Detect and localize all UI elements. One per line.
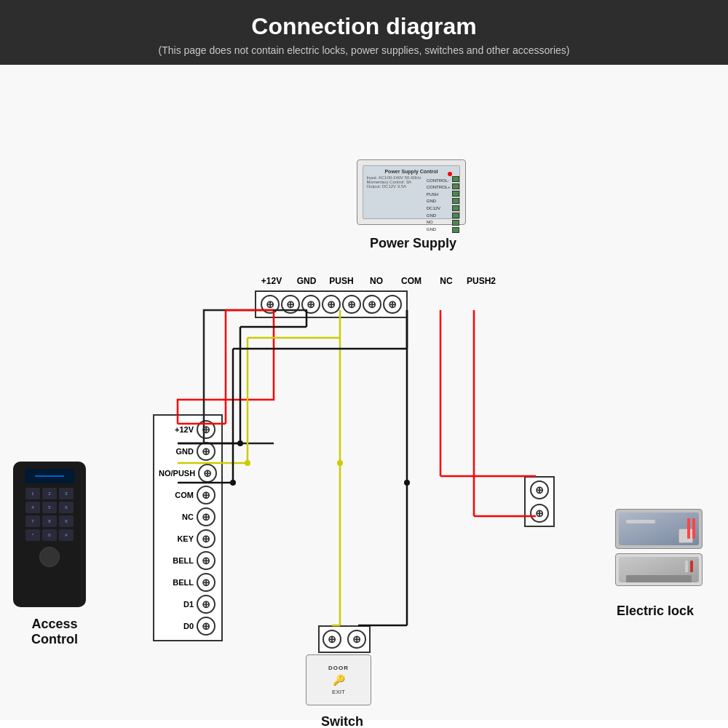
left-label-nopush: NO/PUSH <box>159 469 195 478</box>
pad-fingerprint-sensor <box>39 547 60 567</box>
left-label-bell1: BELL <box>159 556 194 565</box>
left-pin-d1: ⊕ <box>197 595 215 614</box>
left-pin-bell1: ⊕ <box>197 551 215 570</box>
pad-key-5: 5 <box>42 502 57 513</box>
right-pin-1: ⊕ <box>530 480 549 499</box>
switch-pin-2: ⊕ <box>347 630 366 649</box>
left-pin-d0: ⊕ <box>197 617 215 636</box>
electric-lock-component <box>612 509 706 586</box>
pin-col-com: ⊕ <box>342 295 361 314</box>
psu-terminal-strip <box>452 176 459 233</box>
label-nc: NC <box>430 276 463 286</box>
right-pin-2: ⊕ <box>530 504 549 523</box>
access-control-label: Access Control <box>7 617 102 647</box>
pad-key-1: 1 <box>25 488 40 499</box>
junction-nopush <box>245 460 250 466</box>
left-label-12v: +12V <box>159 425 194 434</box>
pad-key-0: 0 <box>42 529 57 541</box>
pin-col-no: ⊕ <box>322 295 341 314</box>
pad-display-line <box>35 475 64 477</box>
diagram-area: Power Supply Control Input: AC100-240V 5… <box>0 65 728 720</box>
pin-no: ⊕ <box>322 295 341 314</box>
pin-push2: ⊕ <box>383 295 402 314</box>
pad-display <box>25 469 74 483</box>
left-pin-gnd: ⊕ <box>197 442 215 461</box>
left-row-d0: D0 ⊕ <box>154 615 221 637</box>
label-push: PUSH <box>325 276 358 286</box>
label-gnd: GND <box>290 276 323 286</box>
top-connector-labels: +12V GND PUSH NO COM NC PUSH2 <box>255 276 498 286</box>
left-row-nc: NC ⊕ <box>154 506 221 528</box>
left-row-com: COM ⊕ <box>154 484 221 506</box>
pin-col-gnd: ⊕ <box>281 295 300 314</box>
left-label-com: COM <box>159 491 194 499</box>
left-pin-com: ⊕ <box>197 486 215 505</box>
page-header: Connection diagram (This page does not c… <box>0 0 728 65</box>
pad-key-hash: # <box>59 529 74 541</box>
psu-title: Power Supply Control <box>366 169 456 174</box>
label-12v: +12V <box>255 276 288 286</box>
left-row-bell1: BELL ⊕ <box>154 550 221 571</box>
left-label-gnd: GND <box>159 447 194 456</box>
pad-key-7: 7 <box>25 515 40 527</box>
label-push2: PUSH2 <box>464 276 498 286</box>
left-pin-nopush: ⊕ <box>198 464 217 483</box>
switch-exit-text: EXIT <box>332 689 345 695</box>
pin-col-push: ⊕ <box>301 295 320 314</box>
switch-component: DOOR 🔑 EXIT <box>306 654 371 705</box>
left-pin-key: ⊕ <box>197 529 215 548</box>
pad-keypad-grid: 1 2 3 4 5 6 7 8 9 * 0 # <box>25 488 74 541</box>
left-row-key: KEY ⊕ <box>154 528 221 550</box>
left-label-d1: D1 <box>159 600 194 609</box>
pad-key-3: 3 <box>59 488 74 499</box>
top-terminal-block: ⊕ ⊕ ⊕ ⊕ ⊕ ⊕ ⊕ <box>255 290 408 318</box>
junction-gnd <box>237 440 243 446</box>
left-terminal-block: +12V ⊕ GND ⊕ NO/PUSH ⊕ COM ⊕ NC ⊕ KEY ⊕ … <box>153 414 223 641</box>
pad-key-9: 9 <box>59 515 74 527</box>
page-subtitle: (This page does not contain electric loc… <box>15 44 713 56</box>
junction-com-col <box>404 480 410 486</box>
label-com: COM <box>395 276 428 286</box>
pad-key-8: 8 <box>42 515 57 527</box>
electric-lock-label: Electric lock <box>597 604 713 619</box>
power-supply-image: Power Supply Control Input: AC100-240V 5… <box>357 159 466 225</box>
left-label-bell2: BELL <box>159 578 194 587</box>
pad-key-2: 2 <box>42 488 57 499</box>
left-row-gnd: GND ⊕ <box>154 440 221 462</box>
junction-push-col <box>337 460 343 466</box>
switch-door-text: DOOR <box>328 665 349 671</box>
switch-pin-1: ⊕ <box>323 630 341 649</box>
pin-com: ⊕ <box>342 295 361 314</box>
left-label-nc: NC <box>159 513 194 521</box>
electric-lock-top <box>615 509 703 549</box>
pin-12v: ⊕ <box>261 295 280 314</box>
pin-col-12v: ⊕ <box>261 295 280 314</box>
pin-col-nc: ⊕ <box>363 295 381 314</box>
left-row-12v: +12V ⊕ <box>154 419 221 440</box>
left-pin-nc: ⊕ <box>197 507 215 526</box>
left-label-key: KEY <box>159 534 194 543</box>
junction-com <box>230 480 236 486</box>
pin-col-push2: ⊕ <box>383 295 402 314</box>
switch-label: Switch <box>298 714 386 728</box>
right-terminal-block: ⊕ ⊕ <box>524 476 555 527</box>
left-label-d0: D0 <box>159 622 194 630</box>
switch-key-icon: 🔑 <box>333 674 345 686</box>
power-supply-label: Power Supply <box>357 236 470 251</box>
pin-nc: ⊕ <box>363 295 381 314</box>
access-control-pad: 1 2 3 4 5 6 7 8 9 * 0 # <box>13 462 86 607</box>
left-row-d1: D1 ⊕ <box>154 593 221 615</box>
left-pin-bell2: ⊕ <box>197 573 215 592</box>
page-title: Connection diagram <box>15 13 713 40</box>
switch-connector: ⊕ ⊕ <box>318 625 371 653</box>
pin-gnd: ⊕ <box>281 295 300 314</box>
pad-key-star: * <box>25 529 40 541</box>
left-row-nopush: NO/PUSH ⊕ <box>154 462 221 484</box>
wire-12v <box>178 310 274 424</box>
label-no: NO <box>360 276 393 286</box>
left-row-bell2: BELL ⊕ <box>154 571 221 593</box>
pin-push: ⊕ <box>301 295 320 314</box>
pad-key-6: 6 <box>59 502 74 513</box>
pad-key-4: 4 <box>25 502 40 513</box>
left-pin-12v: ⊕ <box>197 420 215 439</box>
